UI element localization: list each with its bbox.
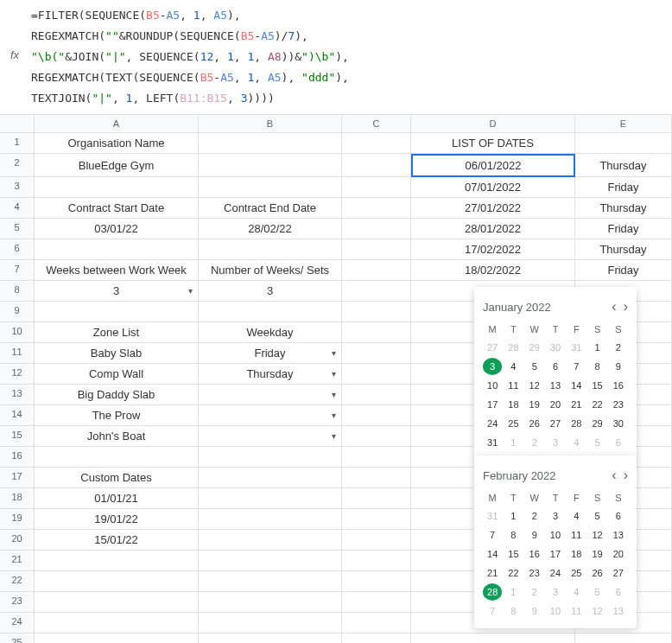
cell-B13[interactable]: ▾: [199, 385, 342, 405]
cal-day[interactable]: 15: [504, 545, 523, 563]
row-header-7[interactable]: 7: [0, 260, 35, 281]
cal-day[interactable]: 31: [483, 434, 502, 451]
corner-cell[interactable]: [0, 115, 35, 133]
cell-B9[interactable]: [199, 302, 342, 322]
cal-day[interactable]: 8: [504, 526, 523, 544]
cell-C1[interactable]: [342, 133, 411, 154]
cell-A11[interactable]: Baby Slab: [35, 343, 199, 364]
cell-C23[interactable]: [342, 592, 411, 613]
cell-C17[interactable]: [342, 468, 411, 488]
cell-B11[interactable]: Friday▾: [199, 343, 342, 364]
cell-B4[interactable]: Contract End Date: [199, 198, 342, 219]
cell-E2[interactable]: Thursday: [575, 154, 672, 177]
cal-day[interactable]: 4: [567, 434, 586, 451]
cal-day[interactable]: 11: [504, 377, 523, 394]
cell-C19[interactable]: [342, 509, 411, 530]
cal-day[interactable]: 27: [546, 415, 565, 432]
row-header-14[interactable]: 14: [0, 405, 35, 426]
cal-day[interactable]: 9: [525, 526, 544, 544]
row-header-4[interactable]: 4: [0, 198, 35, 219]
row-header-2[interactable]: 2: [0, 154, 35, 177]
cal-day[interactable]: 1: [504, 507, 523, 525]
cal-day[interactable]: 20: [546, 396, 565, 413]
cell-C20[interactable]: [342, 530, 411, 551]
dropdown-icon[interactable]: ▾: [332, 431, 336, 441]
cal-day[interactable]: 31: [567, 339, 586, 356]
row-header-10[interactable]: 10: [0, 322, 35, 343]
cal-day[interactable]: 6: [609, 583, 628, 601]
cal-day[interactable]: 18: [567, 545, 586, 563]
cell-B18[interactable]: [199, 488, 342, 509]
cell-B2[interactable]: [199, 154, 342, 177]
cell-C15[interactable]: [342, 426, 411, 447]
cell-C22[interactable]: [342, 571, 411, 592]
cal-day[interactable]: 29: [587, 415, 606, 432]
cell-A25[interactable]: [35, 633, 199, 643]
cell-A14[interactable]: The Prow: [35, 405, 199, 426]
cal-day[interactable]: 14: [483, 545, 502, 563]
cal-day[interactable]: 1: [504, 434, 523, 451]
cell-B10[interactable]: Weekday: [199, 322, 342, 343]
cal-day[interactable]: 7: [483, 602, 502, 620]
cell-A18[interactable]: 01/01/21: [35, 488, 199, 509]
cal-day[interactable]: 18: [504, 396, 523, 413]
cal-day[interactable]: 27: [483, 339, 502, 356]
cell-C14[interactable]: [342, 405, 411, 426]
cell-B15[interactable]: ▾: [199, 426, 342, 447]
cal-day[interactable]: 16: [609, 377, 628, 394]
dropdown-icon[interactable]: ▾: [188, 286, 193, 296]
cal-day[interactable]: 30: [609, 415, 628, 432]
cell-A17[interactable]: Custom Dates: [35, 468, 199, 488]
col-header-D[interactable]: D: [411, 115, 575, 133]
row-header-11[interactable]: 11: [0, 343, 35, 364]
cell-D7[interactable]: 18/02/2022: [411, 260, 575, 281]
cell-C2[interactable]: [342, 154, 411, 177]
cal-day[interactable]: 15: [587, 377, 606, 394]
cell-B20[interactable]: [199, 530, 342, 551]
cal-day[interactable]: 30: [546, 339, 565, 356]
row-header-8[interactable]: 8: [0, 281, 35, 302]
cell-A22[interactable]: [35, 571, 199, 592]
cell-C4[interactable]: [342, 198, 411, 219]
cell-B1[interactable]: [199, 133, 342, 154]
row-header-20[interactable]: 20: [0, 530, 35, 551]
cal-day[interactable]: 17: [546, 545, 565, 563]
cal-day[interactable]: 24: [546, 564, 565, 582]
cell-B6[interactable]: [199, 239, 342, 260]
cal-day[interactable]: 23: [609, 396, 628, 413]
row-header-3[interactable]: 3: [0, 177, 35, 198]
cell-A15[interactable]: John's Boat: [35, 426, 199, 447]
row-header-13[interactable]: 13: [0, 385, 35, 405]
col-header-E[interactable]: E: [575, 115, 672, 133]
cell-C9[interactable]: [342, 302, 411, 322]
cal-day[interactable]: 3: [483, 358, 502, 375]
cell-A12[interactable]: Comp Wall: [35, 364, 199, 385]
cal-day[interactable]: 27: [609, 564, 628, 582]
cell-E5[interactable]: Friday: [575, 219, 672, 239]
cell-B21[interactable]: [199, 551, 342, 571]
row-header-22[interactable]: 22: [0, 571, 35, 592]
cal-day[interactable]: 24: [483, 415, 502, 432]
col-header-A[interactable]: A: [35, 115, 199, 133]
cal-day[interactable]: 26: [525, 415, 544, 432]
cell-A4[interactable]: Contract Start Date: [35, 198, 199, 219]
cell-D4[interactable]: 27/01/2022: [411, 198, 575, 219]
row-header-25[interactable]: 25: [0, 633, 35, 643]
cell-C18[interactable]: [342, 488, 411, 509]
cell-E4[interactable]: Thursday: [575, 198, 672, 219]
cal-day[interactable]: 4: [504, 358, 523, 375]
cell-C6[interactable]: [342, 239, 411, 260]
cell-E7[interactable]: Friday: [575, 260, 672, 281]
cal-day[interactable]: 6: [609, 507, 628, 525]
cal-day[interactable]: 28: [567, 415, 586, 432]
cal-day[interactable]: 3: [546, 507, 565, 525]
cal-day[interactable]: 12: [525, 377, 544, 394]
cal-day[interactable]: 9: [525, 602, 544, 620]
row-header-5[interactable]: 5: [0, 219, 35, 239]
cal-day[interactable]: 3: [546, 583, 565, 601]
calendar-prev-icon[interactable]: ‹: [612, 299, 616, 315]
cell-B3[interactable]: [199, 177, 342, 198]
cal-day[interactable]: 19: [525, 396, 544, 413]
cal-day[interactable]: 22: [587, 396, 606, 413]
cell-A2[interactable]: BlueEdge Gym: [35, 154, 199, 177]
